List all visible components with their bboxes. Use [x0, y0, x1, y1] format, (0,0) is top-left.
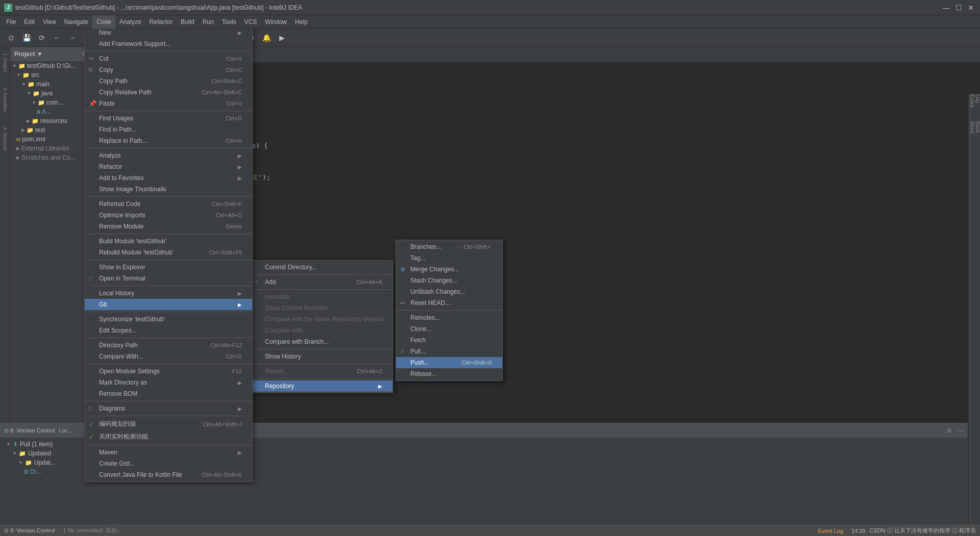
minimize-button[interactable]: — — [941, 3, 951, 13]
cm2-showhistory[interactable]: Show History — [251, 351, 393, 362]
tree-testgithub[interactable]: ▼ 📁 testGithub D:\Gi... — [10, 61, 91, 70]
cm3-clone[interactable]: Clone... — [396, 323, 502, 335]
cm1-favorites[interactable]: Add to Favorites ▶ — [85, 172, 252, 184]
cm1-framework[interactable]: Add Framework Support... — [85, 38, 252, 49]
cm1-replaceinpath[interactable]: Replace in Path... Ctrl+H — [85, 135, 252, 146]
cm1-analyze[interactable]: Analyze ▶ — [85, 150, 252, 161]
menu-file[interactable]: File — [2, 15, 20, 29]
vc-settings-icon[interactable]: ⚙ — [947, 427, 952, 434]
cm3-sep1 — [396, 310, 502, 311]
cm1-comparewith[interactable]: Compare With... Ctrl+D — [85, 351, 252, 362]
cm1-editscopes[interactable]: Edit Scopes... — [85, 325, 252, 336]
menu-navigate[interactable]: Navigate — [60, 15, 92, 29]
vc-close-icon[interactable]: — — [958, 427, 964, 433]
cm3-merge[interactable]: ⊕ Merge Changes... — [396, 264, 502, 275]
cm3-resethead[interactable]: ↩ Reset HEAD... — [396, 297, 502, 309]
cm3-stash[interactable]: Stash Changes... — [396, 275, 502, 286]
cm3-rebase[interactable]: Rebase... — [396, 368, 502, 379]
cm1-maven[interactable]: Maven ▶ — [85, 447, 252, 458]
menu-run[interactable]: Run — [199, 15, 218, 29]
menu-build[interactable]: Build — [177, 15, 199, 29]
status-event-log[interactable]: Event Log — [818, 528, 844, 534]
tree-resources[interactable]: ▶ 📁 resources — [10, 116, 91, 125]
cm1-findinpath[interactable]: Find in Path... — [85, 124, 252, 135]
cm1-markdir[interactable]: Mark Directory as ▶ — [85, 377, 252, 388]
favorites-strip-icon[interactable]: 2: Favorites — [3, 88, 8, 112]
cm1-copyrel[interactable]: Copy Relative Path Ctrl+Alt+Shift+C — [85, 87, 252, 98]
tree-pomxml[interactable]: m pom.xml — [10, 135, 91, 144]
menu-help[interactable]: Help — [291, 15, 312, 29]
tree-app-java[interactable]: A A... — [10, 107, 91, 116]
tree-scratches[interactable]: ▶ Scratches and Co... — [10, 153, 91, 162]
toolbar-btn-1[interactable]: ⊙ — [4, 31, 18, 45]
cm3-remotes[interactable]: Remotes... — [396, 312, 502, 323]
cm2-repository[interactable]: Repository ▶ — [251, 380, 393, 392]
cm1-synchronize[interactable]: Synchronize 'testGithub' — [85, 314, 252, 325]
d-file-icon: D — [24, 469, 28, 475]
cm2-commit[interactable]: Commit Directory... — [251, 262, 393, 273]
cm1-diagrams[interactable]: □ Diagrams ▶ — [85, 403, 252, 414]
cm1-scan[interactable]: ✓ 编码规划扫描 Ctrl+Alt+Shift+J — [85, 418, 252, 430]
status-vc[interactable]: ⊙ 9: Version Control — [4, 527, 55, 534]
toolbar-btn-notify[interactable]: 🔔 — [260, 31, 274, 45]
tree-ext-libraries[interactable]: ▶ External Libraries — [10, 144, 91, 153]
tree-test[interactable]: ▶ 📁 test — [10, 125, 91, 135]
toolbar-btn-fwd[interactable]: → — [65, 31, 80, 45]
menu-code[interactable]: Code — [92, 15, 115, 29]
cm3-push[interactable]: Push... Ctrl+Shift+K — [396, 357, 502, 368]
cm1-openinterminal[interactable]: □ Open in Terminal — [85, 273, 252, 284]
cm1-findusages[interactable]: Find Usages Ctrl+G — [85, 113, 252, 124]
cm1-openmod[interactable]: Open Module Settings F12 — [85, 366, 252, 377]
menu-vcs[interactable]: VCS — [240, 15, 261, 29]
vc-subtab[interactable]: Loc... — [59, 427, 73, 433]
cm2-add[interactable]: + Add Ctrl+Alt+A — [251, 276, 393, 288]
structure-strip-icon[interactable]: 4: Structure — [3, 127, 8, 151]
cm1-rebuild[interactable]: Rebuild Module 'testGithub' Ctrl+Shift+F… — [85, 247, 252, 258]
menu-edit[interactable]: Edit — [20, 15, 39, 29]
cm1-paste[interactable]: 📌 Paste Ctrl+V — [85, 98, 252, 109]
tree-main[interactable]: ▼ 📁 main — [10, 80, 91, 89]
cm1-copy[interactable]: ⎘ Copy Ctrl+C — [85, 64, 252, 75]
cm1-reformat[interactable]: Reformat Code Ctrl+Shift+F — [85, 198, 252, 210]
cm1-thumbnails[interactable]: Show Image Thumbnails — [85, 184, 252, 195]
cm1-realtime[interactable]: ✓ 关闭实时检测功能 — [85, 430, 252, 443]
toolbar-btn-back[interactable]: ← — [50, 31, 64, 45]
tree-src[interactable]: ▼ 📁 src — [10, 70, 91, 80]
cm1-cut[interactable]: ✂ Cut Ctrl+X — [85, 53, 252, 64]
toolbar-btn-2[interactable]: 💾 — [19, 31, 34, 45]
cm1-git[interactable]: Git ▶ — [85, 299, 252, 310]
cm2-comparebranch[interactable]: Compare with Branch... — [251, 336, 393, 347]
cm1-removemod[interactable]: Remove Module Delete — [85, 221, 252, 232]
cm1-convertkotlin[interactable]: Convert Java File to Kotlin File Ctrl+Al… — [85, 469, 252, 480]
tree-java[interactable]: ▼ 📁 java — [10, 89, 91, 98]
menu-refactor[interactable]: Refactor — [145, 15, 177, 29]
cm1-refactor[interactable]: Refactor ▶ — [85, 161, 252, 172]
toolbar-btn-run[interactable]: ▶ — [275, 31, 289, 45]
toolbar-btn-3[interactable]: ⟳ — [35, 31, 49, 45]
cm1-new[interactable]: New ▶ — [85, 27, 252, 38]
cm3-branches[interactable]: Branches... Ctrl+Shift+` — [396, 241, 502, 252]
cm1-creategist[interactable]: Create Gist... — [85, 458, 252, 469]
close-button[interactable]: ✕ — [966, 3, 976, 13]
cm1-dirpath[interactable]: Directory Path Ctrl+Alt+F12 — [85, 340, 252, 351]
word-book-icon[interactable]: Word Book — [970, 122, 980, 133]
event-log-icon[interactable]: Event Log — [970, 96, 980, 106]
menu-tools[interactable]: Tools — [218, 15, 240, 29]
menu-window[interactable]: Window — [261, 15, 291, 29]
cm1-copypath[interactable]: Copy Path Ctrl+Shift+C — [85, 75, 252, 87]
maximize-button[interactable]: ☐ — [953, 3, 964, 13]
cm3-fetch[interactable]: Fetch — [396, 335, 502, 346]
cm3-tag[interactable]: Tag... — [396, 252, 502, 264]
cm3-pull[interactable]: ✓ Pull... — [396, 346, 502, 357]
cm1-removebom[interactable]: Remove BOM — [85, 388, 252, 399]
cm1-localhistory[interactable]: Local History ▶ — [85, 288, 252, 299]
tree-com[interactable]: ▼ 📁 com... — [10, 98, 91, 107]
cm3-unstash[interactable]: UnStash Changes... — [396, 286, 502, 297]
cm1-showinexplorer[interactable]: Show in Explorer — [85, 262, 252, 273]
pull-icon: ⬇ — [13, 441, 18, 448]
cm1-build[interactable]: Build Module 'testGithub' — [85, 236, 252, 247]
menu-view[interactable]: View — [39, 15, 60, 29]
menu-analyze[interactable]: Analyze — [115, 15, 145, 29]
project-strip-icon[interactable]: 1: Project — [3, 53, 8, 72]
cm1-optimize[interactable]: Optimize Imports Ctrl+Alt+O — [85, 210, 252, 221]
